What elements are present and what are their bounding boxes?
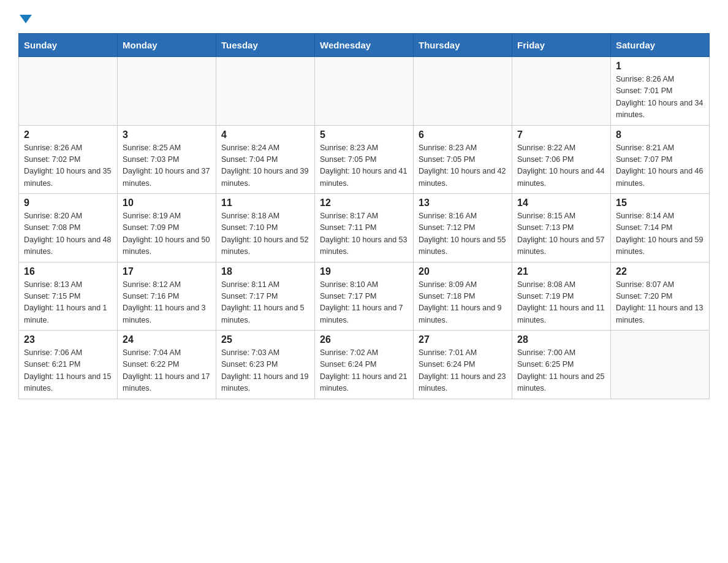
weekday-header-saturday: Saturday <box>611 34 710 57</box>
day-info: Sunrise: 8:10 AM Sunset: 7:17 PM Dayligh… <box>320 279 408 327</box>
day-info: Sunrise: 8:19 AM Sunset: 7:09 PM Dayligh… <box>123 210 211 258</box>
calendar-cell: 14Sunrise: 8:15 AM Sunset: 7:13 PM Dayli… <box>512 194 611 262</box>
day-number: 6 <box>419 129 507 140</box>
calendar-week-row: 1Sunrise: 8:26 AM Sunset: 7:01 PM Daylig… <box>19 57 710 126</box>
calendar-cell: 19Sunrise: 8:10 AM Sunset: 7:17 PM Dayli… <box>315 262 414 331</box>
day-info: Sunrise: 8:24 AM Sunset: 7:04 PM Dayligh… <box>221 142 309 190</box>
calendar-cell: 6Sunrise: 8:23 AM Sunset: 7:05 PM Daylig… <box>414 125 512 194</box>
calendar-cell: 12Sunrise: 8:17 AM Sunset: 7:11 PM Dayli… <box>315 194 414 262</box>
calendar-cell: 4Sunrise: 8:24 AM Sunset: 7:04 PM Daylig… <box>216 125 315 194</box>
calendar-table: SundayMondayTuesdayWednesdayThursdayFrid… <box>18 33 710 399</box>
day-info: Sunrise: 8:26 AM Sunset: 7:01 PM Dayligh… <box>616 74 704 121</box>
day-info: Sunrise: 8:23 AM Sunset: 7:05 PM Dayligh… <box>419 142 507 190</box>
day-info: Sunrise: 8:13 AM Sunset: 7:15 PM Dayligh… <box>24 279 112 327</box>
calendar-week-row: 23Sunrise: 7:06 AM Sunset: 6:21 PM Dayli… <box>19 331 710 399</box>
calendar-cell <box>414 57 512 126</box>
day-number: 5 <box>320 129 408 140</box>
day-number: 7 <box>517 129 605 140</box>
day-number: 21 <box>517 266 605 277</box>
calendar-cell: 27Sunrise: 7:01 AM Sunset: 6:24 PM Dayli… <box>414 331 512 399</box>
day-info: Sunrise: 8:21 AM Sunset: 7:07 PM Dayligh… <box>616 142 704 190</box>
calendar-week-row: 2Sunrise: 8:26 AM Sunset: 7:02 PM Daylig… <box>19 125 710 194</box>
calendar-cell: 15Sunrise: 8:14 AM Sunset: 7:14 PM Dayli… <box>611 194 710 262</box>
page-header <box>18 12 710 23</box>
day-info: Sunrise: 7:02 AM Sunset: 6:24 PM Dayligh… <box>320 347 408 395</box>
calendar-cell: 2Sunrise: 8:26 AM Sunset: 7:02 PM Daylig… <box>19 125 118 194</box>
calendar-cell: 21Sunrise: 8:08 AM Sunset: 7:19 PM Dayli… <box>512 262 611 331</box>
calendar-cell: 17Sunrise: 8:12 AM Sunset: 7:16 PM Dayli… <box>118 262 216 331</box>
day-number: 24 <box>123 334 211 345</box>
day-number: 3 <box>123 129 211 140</box>
calendar-cell <box>216 57 315 126</box>
calendar-week-row: 16Sunrise: 8:13 AM Sunset: 7:15 PM Dayli… <box>19 262 710 331</box>
day-info: Sunrise: 8:20 AM Sunset: 7:08 PM Dayligh… <box>24 210 112 258</box>
logo <box>18 12 32 23</box>
day-number: 20 <box>419 266 507 277</box>
calendar-cell: 22Sunrise: 8:07 AM Sunset: 7:20 PM Dayli… <box>611 262 710 331</box>
weekday-header-tuesday: Tuesday <box>216 34 315 57</box>
calendar-cell <box>315 57 414 126</box>
day-number: 9 <box>24 197 112 209</box>
day-number: 2 <box>24 129 112 140</box>
day-number: 17 <box>123 266 211 277</box>
calendar-cell: 7Sunrise: 8:22 AM Sunset: 7:06 PM Daylig… <box>512 125 611 194</box>
weekday-header-monday: Monday <box>118 34 216 57</box>
day-number: 28 <box>517 334 605 345</box>
day-info: Sunrise: 7:00 AM Sunset: 6:25 PM Dayligh… <box>517 347 605 395</box>
day-info: Sunrise: 8:25 AM Sunset: 7:03 PM Dayligh… <box>123 142 211 190</box>
day-info: Sunrise: 8:09 AM Sunset: 7:18 PM Dayligh… <box>419 279 507 327</box>
calendar-cell: 26Sunrise: 7:02 AM Sunset: 6:24 PM Dayli… <box>315 331 414 399</box>
logo-arrow-icon <box>20 15 32 23</box>
calendar-cell: 24Sunrise: 7:04 AM Sunset: 6:22 PM Dayli… <box>118 331 216 399</box>
day-number: 13 <box>419 197 507 209</box>
calendar-header-row: SundayMondayTuesdayWednesdayThursdayFrid… <box>19 34 710 57</box>
day-info: Sunrise: 7:04 AM Sunset: 6:22 PM Dayligh… <box>123 347 211 395</box>
day-number: 10 <box>123 197 211 209</box>
day-info: Sunrise: 8:22 AM Sunset: 7:06 PM Dayligh… <box>517 142 605 190</box>
calendar-cell <box>118 57 216 126</box>
day-info: Sunrise: 8:18 AM Sunset: 7:10 PM Dayligh… <box>221 210 309 258</box>
calendar-cell: 23Sunrise: 7:06 AM Sunset: 6:21 PM Dayli… <box>19 331 118 399</box>
calendar-cell: 20Sunrise: 8:09 AM Sunset: 7:18 PM Dayli… <box>414 262 512 331</box>
day-number: 14 <box>517 197 605 209</box>
calendar-week-row: 9Sunrise: 8:20 AM Sunset: 7:08 PM Daylig… <box>19 194 710 262</box>
day-info: Sunrise: 8:07 AM Sunset: 7:20 PM Dayligh… <box>616 279 704 327</box>
day-number: 19 <box>320 266 408 277</box>
day-number: 16 <box>24 266 112 277</box>
day-info: Sunrise: 8:15 AM Sunset: 7:13 PM Dayligh… <box>517 210 605 258</box>
day-number: 8 <box>616 129 704 140</box>
day-number: 1 <box>616 61 704 72</box>
calendar-cell <box>512 57 611 126</box>
calendar-cell: 1Sunrise: 8:26 AM Sunset: 7:01 PM Daylig… <box>611 57 710 126</box>
day-info: Sunrise: 7:03 AM Sunset: 6:23 PM Dayligh… <box>221 347 309 395</box>
weekday-header-sunday: Sunday <box>19 34 118 57</box>
day-number: 15 <box>616 197 704 209</box>
calendar-cell: 11Sunrise: 8:18 AM Sunset: 7:10 PM Dayli… <box>216 194 315 262</box>
calendar-cell: 8Sunrise: 8:21 AM Sunset: 7:07 PM Daylig… <box>611 125 710 194</box>
day-info: Sunrise: 7:01 AM Sunset: 6:24 PM Dayligh… <box>419 347 507 395</box>
day-info: Sunrise: 7:06 AM Sunset: 6:21 PM Dayligh… <box>24 347 112 395</box>
calendar-cell: 10Sunrise: 8:19 AM Sunset: 7:09 PM Dayli… <box>118 194 216 262</box>
day-info: Sunrise: 8:26 AM Sunset: 7:02 PM Dayligh… <box>24 142 112 190</box>
day-info: Sunrise: 8:08 AM Sunset: 7:19 PM Dayligh… <box>517 279 605 327</box>
day-info: Sunrise: 8:11 AM Sunset: 7:17 PM Dayligh… <box>221 279 309 327</box>
day-number: 11 <box>221 197 309 209</box>
calendar-cell: 16Sunrise: 8:13 AM Sunset: 7:15 PM Dayli… <box>19 262 118 331</box>
calendar-cell: 13Sunrise: 8:16 AM Sunset: 7:12 PM Dayli… <box>414 194 512 262</box>
calendar-cell: 28Sunrise: 7:00 AM Sunset: 6:25 PM Dayli… <box>512 331 611 399</box>
calendar-cell: 18Sunrise: 8:11 AM Sunset: 7:17 PM Dayli… <box>216 262 315 331</box>
day-info: Sunrise: 8:23 AM Sunset: 7:05 PM Dayligh… <box>320 142 408 190</box>
day-number: 26 <box>320 334 408 345</box>
day-number: 27 <box>419 334 507 345</box>
weekday-header-friday: Friday <box>512 34 611 57</box>
day-number: 23 <box>24 334 112 345</box>
day-number: 22 <box>616 266 704 277</box>
day-info: Sunrise: 8:16 AM Sunset: 7:12 PM Dayligh… <box>419 210 507 258</box>
calendar-cell: 25Sunrise: 7:03 AM Sunset: 6:23 PM Dayli… <box>216 331 315 399</box>
weekday-header-thursday: Thursday <box>414 34 512 57</box>
day-number: 18 <box>221 266 309 277</box>
day-number: 12 <box>320 197 408 209</box>
calendar-cell <box>611 331 710 399</box>
day-number: 25 <box>221 334 309 345</box>
weekday-header-wednesday: Wednesday <box>315 34 414 57</box>
